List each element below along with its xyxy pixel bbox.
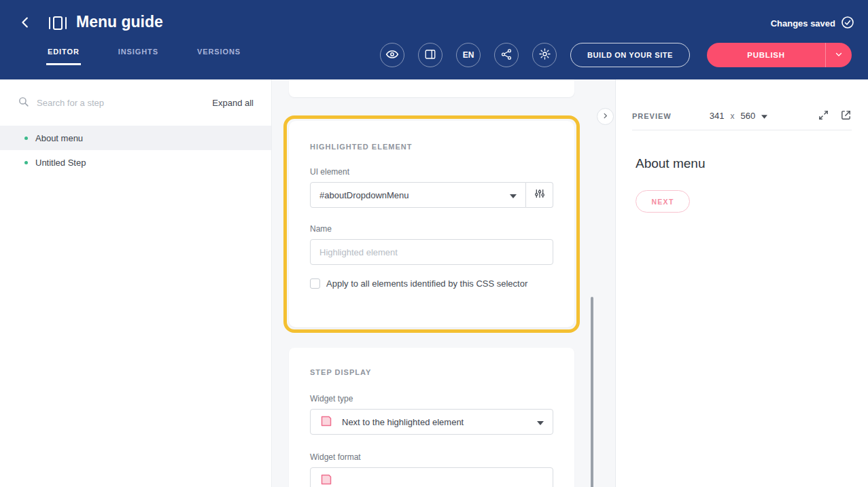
chevron-down-icon	[537, 417, 544, 427]
preview-next-button[interactable]: NEXT	[636, 190, 690, 213]
step-status-dot	[24, 161, 28, 164]
widget-type-label: Widget type	[310, 394, 553, 403]
widget-type-select[interactable]: Next to the highlighted element	[310, 409, 553, 435]
step-display-card: STEP DISPLAY Widget type Next to the hig…	[289, 348, 574, 487]
preview-eye-button[interactable]	[380, 43, 404, 67]
publish-button-group: PUBLISH	[707, 43, 852, 67]
widget-type-icon	[319, 414, 333, 430]
step-status-dot	[24, 137, 28, 140]
widget-type-value: Next to the highlighted element	[342, 417, 464, 427]
element-picker-settings-button[interactable]	[526, 182, 553, 208]
back-button[interactable]	[16, 14, 35, 33]
search-icon	[18, 96, 29, 110]
size-separator: x	[730, 111, 734, 121]
open-in-new-window-button[interactable]	[840, 109, 852, 123]
external-link-icon	[840, 109, 852, 123]
ui-element-select[interactable]: #aboutDropdownMenu	[310, 182, 526, 208]
build-on-your-site-button[interactable]: BUILD ON YOUR SITE	[570, 43, 690, 67]
preview-width-value: 341	[710, 111, 725, 121]
apply-all-checkbox[interactable]	[310, 278, 320, 289]
highlighted-element-card: HIGHLIGHTED ELEMENT UI element #aboutDro…	[289, 121, 574, 327]
steps-sidebar: Expand all About menu Untitled Step	[0, 79, 272, 487]
back-chevron-icon	[18, 15, 33, 32]
widget-format-select[interactable]	[310, 467, 553, 487]
chevron-right-icon	[602, 111, 609, 122]
topbar-tabs: EDITOR INSIGHTS VERSIONS	[48, 48, 241, 65]
chevron-down-icon	[835, 49, 843, 61]
search-input[interactable]	[37, 98, 205, 108]
ui-element-value: #aboutDropdownMenu	[319, 190, 409, 200]
eye-icon	[385, 48, 399, 63]
changes-saved-status: Changes saved	[771, 16, 854, 31]
topbar: Menu guide Changes saved EDITOR INSIGHTS…	[0, 0, 868, 79]
sliders-icon	[534, 188, 545, 202]
preview-header-icons	[818, 109, 852, 123]
page-title: Menu guide	[76, 13, 163, 31]
sidebar-item-about-menu[interactable]: About menu	[0, 126, 271, 150]
chevron-down-icon	[761, 111, 767, 121]
apply-all-checkbox-label: Apply to all elements identified by this…	[326, 278, 527, 289]
sidebar-item-untitled-step[interactable]: Untitled Step	[0, 150, 271, 175]
layout-button[interactable]	[418, 43, 442, 67]
expand-icon	[818, 109, 829, 123]
highlighted-element-name-input[interactable]	[310, 239, 553, 265]
settings-button[interactable]	[532, 43, 557, 67]
previous-card-partial	[289, 79, 574, 97]
app-logo-icon	[48, 14, 68, 35]
chevron-down-icon	[510, 190, 517, 200]
step-label: About menu	[35, 133, 83, 143]
share-button[interactable]	[494, 43, 519, 67]
preview-header: PREVIEW 341 x 560	[632, 102, 852, 130]
tab-editor[interactable]: EDITOR	[48, 48, 80, 65]
ui-element-select-row: #aboutDropdownMenu	[310, 182, 553, 208]
editor-main-area: HIGHLIGHTED ELEMENT UI element #aboutDro…	[272, 79, 615, 487]
tab-insights[interactable]: INSIGHTS	[118, 48, 158, 65]
tab-versions[interactable]: VERSIONS	[197, 48, 241, 65]
preview-step-title: About menu	[636, 156, 868, 171]
widget-format-label: Widget format	[310, 452, 553, 462]
preview-panel: PREVIEW 341 x 560	[615, 79, 868, 487]
expand-preview-button[interactable]	[818, 109, 829, 123]
highlighted-element-card-outline: HIGHLIGHTED ELEMENT UI element #aboutDro…	[283, 115, 580, 333]
gear-icon	[538, 48, 551, 62]
topbar-icon-buttons: EN	[380, 43, 557, 67]
expand-all-link[interactable]: Expand all	[212, 98, 254, 108]
apply-all-checkbox-row: Apply to all elements identified by this…	[310, 278, 553, 289]
step-search-row: Expand all	[0, 79, 271, 126]
card-heading: STEP DISPLAY	[310, 368, 553, 376]
widget-format-icon	[319, 473, 333, 487]
layout-icon	[424, 48, 436, 62]
step-label: Untitled Step	[35, 158, 86, 168]
collapse-preview-button[interactable]	[597, 108, 614, 125]
publish-dropdown-button[interactable]	[826, 43, 852, 67]
ui-element-label: UI element	[310, 167, 553, 177]
publish-button[interactable]: PUBLISH	[707, 43, 826, 67]
check-circle-icon	[841, 16, 854, 31]
app-window: Menu guide Changes saved EDITOR INSIGHTS…	[0, 0, 868, 487]
editor-scrollbar[interactable]	[591, 297, 593, 487]
language-button[interactable]: EN	[456, 43, 481, 67]
share-icon	[500, 48, 513, 62]
preview-size-select[interactable]: 341 x 560	[710, 111, 767, 121]
card-heading: HIGHLIGHTED ELEMENT	[310, 143, 553, 151]
preview-height-value: 560	[740, 111, 755, 121]
preview-label: PREVIEW	[632, 112, 672, 120]
name-label: Name	[310, 224, 553, 234]
